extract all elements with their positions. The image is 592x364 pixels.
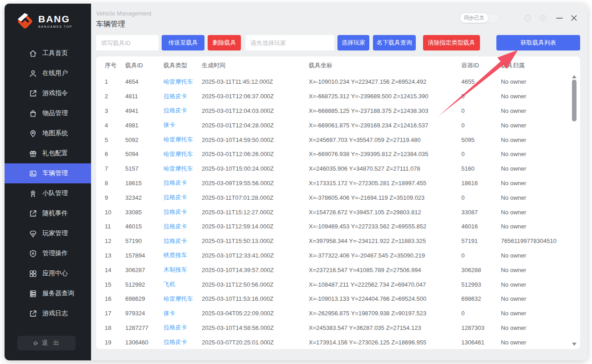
cell-vehicle-type[interactable]: 哈雷摩托车 — [163, 165, 202, 173]
cell-owner: No owner — [501, 339, 565, 346]
settings-hexagon-icon[interactable] — [539, 14, 547, 22]
cell-coordinates: X=246035.906 Y=34870.527 Z=27111.078 — [309, 165, 461, 172]
sidebar-item-8[interactable]: 小队管理 — [5, 183, 91, 203]
cell-coordinates: X=-668725.312 Y=-239689.500 Z=12415.390 — [309, 93, 461, 100]
scrollbar-down-arrow-icon[interactable] — [572, 343, 577, 346]
table-row: 15 512992 飞机 2025-03-11T12:50:56.000Z X=… — [96, 277, 580, 292]
cell-vehicle-id: 4981 — [125, 122, 163, 129]
sidebar-item-14[interactable]: 游戏日志 — [5, 303, 91, 324]
table-row: 11 46015 拉格皮卡 2025-03-11T12:59:14.000Z X… — [96, 219, 580, 234]
event-icon — [29, 209, 37, 218]
table-scrollbar[interactable] — [572, 75, 577, 346]
cell-index: 16 — [105, 295, 125, 302]
sidebar-item-13[interactable]: 服务器查询 — [5, 283, 91, 303]
cell-index: 19 — [105, 339, 125, 346]
get-vehicle-list-button[interactable]: 获取载具列表 — [496, 35, 580, 51]
cell-vehicle-id: 5092 — [125, 136, 163, 143]
vehicle-id-input[interactable] — [96, 35, 158, 51]
cell-container-id: 5160 — [461, 165, 501, 172]
help-icon[interactable]: ? — [523, 14, 532, 22]
cell-container-id: 57191 — [461, 238, 501, 244]
clear-vehicle-type-button[interactable]: 清除指定类型载具 — [423, 35, 480, 51]
cell-vehicle-type[interactable]: 哈雷摩托车 — [163, 150, 202, 158]
sidebar-item-2[interactable]: 在线用户 — [5, 63, 91, 83]
sidebar-item-label: 地图系统 — [42, 129, 68, 137]
cell-vehicle-type[interactable]: 飞机 — [163, 280, 202, 288]
cell-vehicle-type[interactable]: 铁质推车 — [163, 251, 202, 259]
cell-vehicle-type[interactable]: 哈雷摩托车 — [163, 78, 202, 86]
sidebar: BANG BANGAMES.TOP 工具首页 在线用户 游戏指令 物品管理 地图… — [5, 4, 91, 360]
sidebar-item-7[interactable]: 车辆管理 — [5, 163, 91, 183]
cell-owner: No owner — [501, 180, 565, 187]
vehicle-table-card: 序号 载具ID 载具类型 生成时间 载具坐标 容器ID 载具归属 1 4654 … — [96, 56, 580, 349]
select-player-button[interactable]: 选择玩家 — [337, 35, 369, 51]
cell-vehicle-id: 4654 — [125, 78, 163, 85]
table-row: 12 57190 拉格皮卡 2025-03-11T15:50:13.000Z X… — [96, 234, 580, 248]
cell-vehicle-type[interactable]: 拉格皮卡 — [163, 92, 202, 101]
sidebar-item-5[interactable]: 地图系统 — [5, 123, 91, 143]
cell-vehicle-type[interactable]: 拉格皮卡 — [163, 222, 202, 231]
cell-coordinates: X=-668885.125 Y=-237188.375 Z=12438.303 — [309, 107, 461, 114]
gem-icon — [29, 229, 37, 238]
minimize-button[interactable] — [555, 14, 564, 22]
cell-container-id: 18616 — [461, 180, 501, 187]
sidebar-item-3[interactable]: 游戏指令 — [5, 83, 91, 103]
cell-vehicle-type[interactable]: 哈雷摩托车 — [163, 136, 202, 144]
cell-vehicle-type[interactable]: 徕卡 — [163, 121, 202, 129]
cell-created-time: 2025-03-01T12:06:26.000Z — [202, 151, 309, 157]
cell-vehicle-type[interactable]: 拉格皮卡 — [163, 106, 202, 115]
sidebar-item-label: 服务器查询 — [42, 289, 74, 298]
cell-created-time: 2025-03-11T12:59:14.000Z — [202, 223, 309, 230]
sidebar-item-1[interactable]: 工具首页 — [5, 43, 91, 63]
cell-created-time: 2025-03-10T15:00:24.000Z — [202, 165, 309, 172]
cell-container-id: 33087 — [461, 209, 501, 216]
cell-owner: No owner — [501, 151, 565, 157]
cell-owner: No owner — [501, 107, 565, 114]
cell-vehicle-type[interactable]: 徕卡 — [163, 309, 202, 318]
cell-container-id: 698632 — [461, 295, 501, 302]
cell-container-id: 0 — [461, 194, 501, 201]
cell-vehicle-id: 4811 — [125, 93, 163, 100]
cell-coordinates: X=-378605.406 Y=-21694.119 Z=35109.023 — [309, 194, 461, 201]
cell-coordinates: X=-109469.453 Y=227233.562 Z=69555.852 — [309, 223, 461, 230]
medal-icon — [29, 189, 37, 198]
table-row: 14 306287 木制推车 2025-03-10T14:39:57.000Z … — [96, 263, 580, 277]
player-select-input[interactable] — [245, 35, 334, 51]
close-button[interactable] — [570, 14, 578, 22]
sidebar-item-label: 礼包配置 — [42, 149, 68, 157]
table-body: 1 4654 哈雷摩托车 2025-03-11T11:45:12.000Z X=… — [96, 75, 580, 349]
sidebar-item-label: 应用中心 — [42, 269, 68, 278]
home-icon — [29, 49, 37, 58]
scrollbar-up-arrow-icon[interactable] — [572, 75, 577, 78]
table-header: 序号 载具ID 载具类型 生成时间 载具坐标 容器ID 载具归属 — [96, 56, 580, 75]
teleport-to-vehicle-button[interactable]: 传送至载具 — [162, 35, 204, 51]
cell-vehicle-type[interactable]: 拉格皮卡 — [163, 237, 202, 245]
cell-vehicle-id: 4941 — [125, 107, 163, 114]
sidebar-item-12[interactable]: 应用中心 — [5, 263, 91, 283]
cell-vehicle-type[interactable]: 拉格皮卡 — [163, 179, 202, 187]
cell-vehicle-type[interactable]: 哈雷摩托车 — [163, 295, 202, 303]
cell-index: 1 — [105, 78, 125, 85]
cell-vehicle-type[interactable]: 木制推车 — [163, 266, 202, 274]
delete-vehicle-button[interactable]: 删除载具 — [208, 35, 241, 51]
sidebar-item-11[interactable]: 管理操作 — [5, 243, 91, 263]
gift-icon — [29, 149, 37, 158]
app-window: BANG BANGAMES.TOP 工具首页 在线用户 游戏指令 物品管理 地图… — [5, 4, 587, 360]
sidebar-item-9[interactable]: 随机事件 — [5, 203, 91, 223]
cell-vehicle-type[interactable]: 拉格皮卡 — [163, 208, 202, 216]
sidebar-item-4[interactable]: 物品管理 — [5, 103, 91, 123]
sync-toggle[interactable]: 同步已关 — [459, 13, 500, 23]
cell-index: 18 — [105, 324, 125, 331]
cell-coordinates: X=-669076.938 Y=-239395.812 Z=12384.035 — [309, 151, 461, 157]
sidebar-item-6[interactable]: 礼包配置 — [5, 143, 91, 163]
cell-coordinates: X=245697.703 Y=35547.059 Z=27119.480 — [309, 136, 461, 143]
cell-vehicle-type[interactable]: 拉格皮卡 — [163, 324, 202, 332]
cell-vehicle-type[interactable]: 拉格皮卡 — [163, 338, 202, 346]
map-pin-icon — [29, 129, 37, 138]
owned-vehicles-query-button[interactable]: 名下载具查询 — [373, 35, 416, 51]
sidebar-item-10[interactable]: 玩家管理 — [5, 223, 91, 243]
scrollbar-thumb[interactable] — [572, 80, 577, 121]
cell-vehicle-type[interactable]: 拉格皮卡 — [163, 193, 202, 202]
logout-button[interactable]: 退 出 — [17, 336, 76, 350]
cell-container-id: 0 — [461, 93, 501, 100]
